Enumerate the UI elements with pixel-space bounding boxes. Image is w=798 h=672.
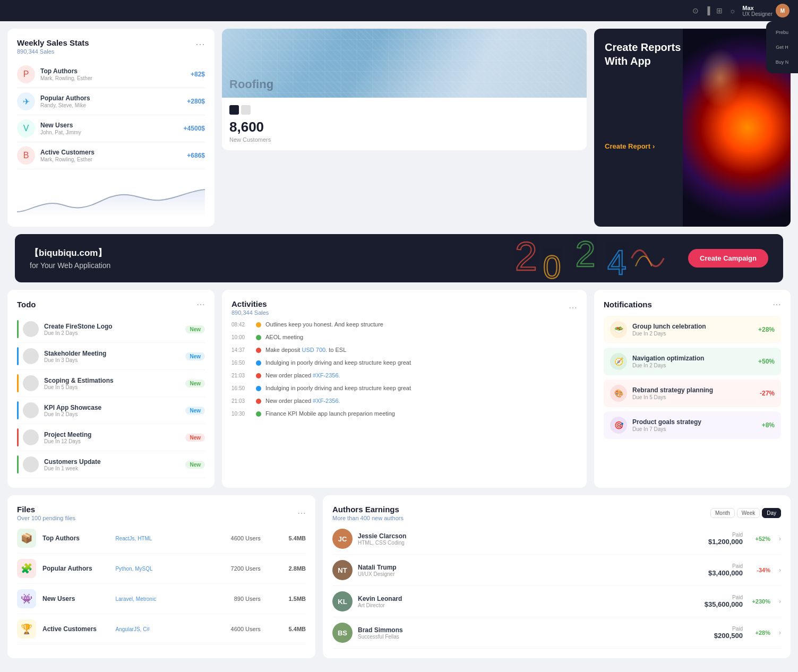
file-users: 890 Users	[205, 596, 261, 602]
authors-earnings-card: Authors Earnings More than 400 new autho…	[323, 495, 791, 658]
todo-title-text: Stakeholder Meeting	[44, 350, 185, 357]
author-chevron-icon[interactable]: ›	[779, 535, 781, 542]
activity-item: 16:50 Indulging in poorly driving and ke…	[231, 356, 577, 369]
stat-info: New Users John, Pat, Jimmy	[40, 122, 184, 135]
search-icon[interactable]: ⊙	[692, 6, 699, 15]
file-icon: 📦	[17, 529, 36, 548]
earnings-filter-button[interactable]: Day	[762, 508, 781, 518]
notification-value: +8%	[762, 421, 775, 429]
todo-info: Project Meeting Due In 12 Days	[44, 431, 185, 444]
todo-avatar	[23, 402, 39, 418]
author-role: Art Director	[358, 602, 699, 608]
weekly-sales-card: Weekly Sales Stats 890,344 Sales ⋯ P Top…	[7, 29, 214, 227]
row2: Todo ⋯ Create FireStone Logo Due In 2 Da…	[0, 290, 798, 495]
todo-badge: New	[185, 434, 205, 442]
create-report-link[interactable]: Create Report ›	[605, 142, 780, 150]
earnings-filter-button[interactable]: Week	[737, 508, 760, 518]
user-profile[interactable]: Max UX Designer M	[742, 4, 790, 18]
icon-box-dark	[229, 105, 239, 115]
activity-text: Indulging in poorly driving and keep str…	[265, 359, 577, 366]
grid-icon[interactable]: ⊞	[716, 6, 723, 15]
activity-text: Outlines keep you honest. And keep struc…	[265, 321, 577, 328]
stat-icon: P	[17, 65, 35, 83]
activities-list: 08:42 Outlines keep you honest. And keep…	[231, 318, 577, 420]
file-size: 2.8MB	[267, 565, 306, 572]
activity-item: 16:50 Indulging in poorly driving and ke…	[231, 382, 577, 394]
middle-column: Roofing 8,600 New Customers	[222, 29, 587, 227]
author-chevron-icon[interactable]: ›	[779, 598, 781, 605]
file-item: 👾 New Users Laravel, Metronic 890 Users …	[17, 584, 306, 614]
author-change: +230%	[748, 598, 770, 605]
activity-link[interactable]: #XF-2356.	[313, 398, 340, 404]
file-users: 7200 Users	[205, 565, 261, 572]
author-item: NT Natali Trump UI/UX Designer Paid $3,4…	[332, 555, 781, 586]
avatar[interactable]: M	[776, 4, 790, 18]
activity-dot	[256, 386, 261, 391]
activity-text: Finance KPI Mobile app launch preparion …	[265, 410, 577, 417]
author-change: -34%	[748, 567, 770, 573]
stat-people: John, Pat, Jimmy	[40, 130, 184, 135]
notifications-menu-icon[interactable]: ⋯	[773, 299, 781, 309]
author-chevron-icon[interactable]: ›	[779, 566, 781, 574]
file-name: New Users	[42, 595, 109, 602]
file-tags: ReactJs, HTML	[115, 536, 199, 541]
activity-item: 21:03 New order placed #XF-2356.	[231, 394, 577, 407]
earnings-filter-button[interactable]: Month	[710, 508, 735, 518]
activity-text: New order placed #XF-2356.	[265, 398, 577, 404]
file-users: 4600 Users	[205, 535, 261, 541]
todo-avatar	[23, 375, 39, 391]
file-tags: Laravel, Metronic	[115, 596, 199, 602]
campaign-banner: 【biqubiqu.com】 for Your Web Application …	[15, 234, 783, 282]
brightness-icon[interactable]: ☼	[729, 6, 736, 15]
notification-title: Rebrand strategy planning	[632, 386, 754, 394]
stat-people: Randy, Steve, Mike	[40, 102, 187, 108]
activity-dot	[256, 322, 261, 328]
reports-text: Create ReportsWith App Create Report ›	[594, 29, 791, 162]
file-icon: 👾	[17, 589, 36, 608]
author-name: Kevin Leonard	[358, 595, 699, 602]
activity-time: 16:50	[231, 360, 252, 366]
todo-avatar	[23, 348, 39, 364]
todo-menu-icon[interactable]: ⋯	[196, 299, 205, 309]
notification-info: Group lunch celebration Due In 2 Days	[632, 323, 753, 337]
activity-dot	[256, 335, 261, 340]
card-menu-icon[interactable]: ⋯	[195, 38, 205, 50]
todo-due: Due In 3 Days	[44, 357, 185, 363]
stat-name: Active Customers	[40, 149, 187, 156]
todo-info: Stakeholder Meeting Due In 3 Days	[44, 350, 185, 363]
todo-title-text: Scoping & Estimations	[44, 377, 185, 384]
row3: Files Over 100 pending files ⋯ 📦 Top Aut…	[0, 495, 798, 666]
author-paid-label: Paid	[708, 532, 743, 538]
stat-icon: ✈	[17, 92, 35, 110]
author-role: Successful Fellas	[358, 634, 709, 640]
notification-info: Product goals strategy Due In 7 Days	[632, 418, 757, 432]
todo-title-text: Create FireStone Logo	[44, 323, 185, 330]
author-change: +28%	[748, 630, 770, 636]
activities-menu-icon[interactable]: ⋯	[569, 303, 577, 313]
todo-badge: New	[185, 461, 205, 469]
arrow-right-icon: ›	[653, 142, 655, 150]
file-size: 5.4MB	[267, 535, 306, 541]
notification-info: Navigation optimization Due In 2 Days	[632, 355, 753, 368]
todo-info: KPI App Showcase Due In 2 Days	[44, 404, 185, 417]
files-card: Files Over 100 pending files ⋯ 📦 Top Aut…	[7, 495, 315, 658]
activity-time: 14:37	[231, 347, 252, 353]
activity-link[interactable]: USD 700.	[302, 347, 327, 353]
campaign-text: 【biqubiqu.com】 for Your Web Application	[30, 247, 110, 270]
svg-text:2: 2	[514, 234, 537, 279]
author-chevron-icon[interactable]: ›	[779, 629, 781, 636]
stat-name: Popular Authors	[40, 94, 187, 102]
todo-due: Due In 5 Days	[44, 384, 185, 390]
notification-icon: 🎯	[610, 417, 627, 434]
todo-bar	[17, 401, 19, 419]
todo-card: Todo ⋯ Create FireStone Logo Due In 2 Da…	[7, 290, 214, 488]
stat-value: +686$	[187, 152, 205, 159]
notification-value: +50%	[758, 358, 775, 365]
file-name: Top Authors	[42, 535, 109, 542]
author-role: HTML, CSS Coding	[358, 540, 703, 546]
activity-dot	[256, 411, 261, 417]
files-menu-icon[interactable]: ⋯	[297, 508, 306, 518]
todo-bar	[17, 428, 19, 446]
activity-link[interactable]: #XF-2356.	[313, 372, 340, 378]
activity-text: AEOL meeting	[265, 334, 577, 340]
